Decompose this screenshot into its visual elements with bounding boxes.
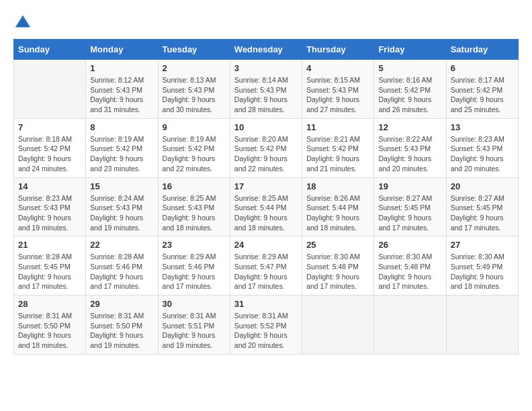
cell-info: Sunrise: 8:31 AMSunset: 5:50 PMDaylight:… [90, 311, 153, 351]
cell-info: Sunrise: 8:14 AMSunset: 5:43 PMDaylight:… [234, 75, 298, 115]
cell-info: Sunrise: 8:12 AMSunset: 5:43 PMDaylight:… [90, 75, 153, 115]
cell-info: Sunrise: 8:15 AMSunset: 5:43 PMDaylight:… [306, 75, 369, 115]
calendar-cell [302, 295, 374, 355]
cell-info: Sunrise: 8:21 AMSunset: 5:42 PMDaylight:… [306, 134, 369, 174]
day-number: 4 [306, 63, 369, 73]
calendar-header-saturday: Saturday [446, 40, 518, 60]
calendar-header-sunday: Sunday [14, 40, 86, 60]
cell-info: Sunrise: 8:31 AMSunset: 5:52 PMDaylight:… [234, 311, 298, 351]
calendar-header-friday: Friday [374, 40, 446, 60]
calendar-cell: 3 Sunrise: 8:14 AMSunset: 5:43 PMDayligh… [230, 60, 302, 119]
calendar-cell: 1 Sunrise: 8:12 AMSunset: 5:43 PMDayligh… [86, 60, 158, 119]
day-number: 25 [306, 240, 369, 250]
calendar-week-1: 1 Sunrise: 8:12 AMSunset: 5:43 PMDayligh… [14, 60, 519, 119]
day-number: 14 [18, 181, 81, 191]
day-number: 10 [234, 122, 298, 132]
day-number: 1 [90, 63, 153, 73]
cell-info: Sunrise: 8:19 AMSunset: 5:42 PMDaylight:… [163, 134, 226, 174]
cell-info: Sunrise: 8:31 AMSunset: 5:51 PMDaylight:… [163, 311, 226, 351]
calendar-cell: 31 Sunrise: 8:31 AMSunset: 5:52 PMDaylig… [230, 295, 302, 355]
day-number: 26 [378, 240, 441, 250]
calendar-cell: 12 Sunrise: 8:22 AMSunset: 5:43 PMDaylig… [374, 118, 446, 177]
cell-info: Sunrise: 8:27 AMSunset: 5:45 PMDaylight:… [378, 193, 441, 233]
calendar-cell: 28 Sunrise: 8:31 AMSunset: 5:50 PMDaylig… [14, 295, 86, 355]
day-number: 23 [163, 240, 226, 250]
cell-info: Sunrise: 8:22 AMSunset: 5:43 PMDaylight:… [378, 134, 441, 174]
calendar-header-thursday: Thursday [302, 40, 374, 60]
cell-info: Sunrise: 8:25 AMSunset: 5:44 PMDaylight:… [234, 193, 298, 233]
day-number: 18 [306, 181, 369, 191]
cell-info: Sunrise: 8:26 AMSunset: 5:44 PMDaylight:… [306, 193, 369, 233]
logo [13, 13, 35, 32]
day-number: 29 [90, 299, 153, 309]
cell-info: Sunrise: 8:20 AMSunset: 5:42 PMDaylight:… [234, 134, 298, 174]
calendar-header-monday: Monday [86, 40, 158, 60]
cell-info: Sunrise: 8:17 AMSunset: 5:42 PMDaylight:… [451, 75, 514, 115]
calendar-header-tuesday: Tuesday [158, 40, 230, 60]
cell-info: Sunrise: 8:30 AMSunset: 5:48 PMDaylight:… [378, 252, 441, 291]
calendar-cell [374, 295, 446, 355]
cell-info: Sunrise: 8:29 AMSunset: 5:46 PMDaylight:… [163, 252, 226, 291]
calendar-cell: 5 Sunrise: 8:16 AMSunset: 5:42 PMDayligh… [374, 60, 446, 119]
calendar-cell: 7 Sunrise: 8:18 AMSunset: 5:42 PMDayligh… [14, 118, 86, 177]
day-number: 6 [451, 63, 514, 73]
calendar-cell: 8 Sunrise: 8:19 AMSunset: 5:42 PMDayligh… [86, 118, 158, 177]
day-number: 11 [306, 122, 369, 132]
cell-info: Sunrise: 8:13 AMSunset: 5:43 PMDaylight:… [163, 75, 226, 115]
day-number: 21 [18, 240, 81, 250]
calendar-header-wednesday: Wednesday [230, 40, 302, 60]
calendar-cell: 29 Sunrise: 8:31 AMSunset: 5:50 PMDaylig… [86, 295, 158, 355]
calendar-cell: 20 Sunrise: 8:27 AMSunset: 5:45 PMDaylig… [446, 177, 518, 236]
cell-info: Sunrise: 8:23 AMSunset: 5:43 PMDaylight:… [18, 193, 81, 233]
calendar-cell: 2 Sunrise: 8:13 AMSunset: 5:43 PMDayligh… [158, 60, 230, 119]
calendar-cell: 14 Sunrise: 8:23 AMSunset: 5:43 PMDaylig… [14, 177, 86, 236]
day-number: 31 [234, 299, 298, 309]
day-number: 5 [378, 63, 441, 73]
cell-info: Sunrise: 8:31 AMSunset: 5:50 PMDaylight:… [18, 311, 81, 351]
calendar-cell [446, 295, 518, 355]
day-number: 28 [18, 299, 81, 309]
calendar-week-5: 28 Sunrise: 8:31 AMSunset: 5:50 PMDaylig… [14, 295, 519, 355]
calendar-cell: 15 Sunrise: 8:24 AMSunset: 5:43 PMDaylig… [86, 177, 158, 236]
calendar-week-4: 21 Sunrise: 8:28 AMSunset: 5:45 PMDaylig… [14, 236, 519, 295]
calendar-cell: 22 Sunrise: 8:28 AMSunset: 5:46 PMDaylig… [86, 236, 158, 295]
calendar-cell: 21 Sunrise: 8:28 AMSunset: 5:45 PMDaylig… [14, 236, 86, 295]
cell-info: Sunrise: 8:23 AMSunset: 5:43 PMDaylight:… [451, 134, 514, 174]
cell-info: Sunrise: 8:25 AMSunset: 5:43 PMDaylight:… [163, 193, 226, 233]
calendar-table: SundayMondayTuesdayWednesdayThursdayFrid… [13, 39, 519, 355]
calendar-cell [14, 60, 86, 119]
cell-info: Sunrise: 8:29 AMSunset: 5:47 PMDaylight:… [234, 252, 298, 291]
cell-info: Sunrise: 8:30 AMSunset: 5:49 PMDaylight:… [451, 252, 514, 291]
day-number: 20 [451, 181, 514, 191]
calendar-cell: 17 Sunrise: 8:25 AMSunset: 5:44 PMDaylig… [230, 177, 302, 236]
calendar-cell: 24 Sunrise: 8:29 AMSunset: 5:47 PMDaylig… [230, 236, 302, 295]
day-number: 16 [163, 181, 226, 191]
calendar-cell: 10 Sunrise: 8:20 AMSunset: 5:42 PMDaylig… [230, 118, 302, 177]
calendar-cell: 26 Sunrise: 8:30 AMSunset: 5:48 PMDaylig… [374, 236, 446, 295]
calendar-cell: 13 Sunrise: 8:23 AMSunset: 5:43 PMDaylig… [446, 118, 518, 177]
day-number: 30 [163, 299, 226, 309]
day-number: 15 [90, 181, 153, 191]
calendar-cell: 25 Sunrise: 8:30 AMSunset: 5:48 PMDaylig… [302, 236, 374, 295]
logo-icon [13, 13, 32, 32]
cell-info: Sunrise: 8:24 AMSunset: 5:43 PMDaylight:… [90, 193, 153, 233]
day-number: 3 [234, 63, 298, 73]
day-number: 13 [451, 122, 514, 132]
calendar-cell: 30 Sunrise: 8:31 AMSunset: 5:51 PMDaylig… [158, 295, 230, 355]
day-number: 8 [90, 122, 153, 132]
calendar-cell: 19 Sunrise: 8:27 AMSunset: 5:45 PMDaylig… [374, 177, 446, 236]
cell-info: Sunrise: 8:18 AMSunset: 5:42 PMDaylight:… [18, 134, 81, 174]
calendar-cell: 18 Sunrise: 8:26 AMSunset: 5:44 PMDaylig… [302, 177, 374, 236]
day-number: 27 [451, 240, 514, 250]
cell-info: Sunrise: 8:28 AMSunset: 5:46 PMDaylight:… [90, 252, 153, 291]
day-number: 17 [234, 181, 298, 191]
day-number: 12 [378, 122, 441, 132]
calendar-cell: 23 Sunrise: 8:29 AMSunset: 5:46 PMDaylig… [158, 236, 230, 295]
day-number: 2 [163, 63, 226, 73]
calendar-cell: 27 Sunrise: 8:30 AMSunset: 5:49 PMDaylig… [446, 236, 518, 295]
page-header [13, 13, 519, 32]
day-number: 7 [18, 122, 81, 132]
calendar-cell: 9 Sunrise: 8:19 AMSunset: 5:42 PMDayligh… [158, 118, 230, 177]
cell-info: Sunrise: 8:27 AMSunset: 5:45 PMDaylight:… [451, 193, 514, 233]
calendar-cell: 6 Sunrise: 8:17 AMSunset: 5:42 PMDayligh… [446, 60, 518, 119]
